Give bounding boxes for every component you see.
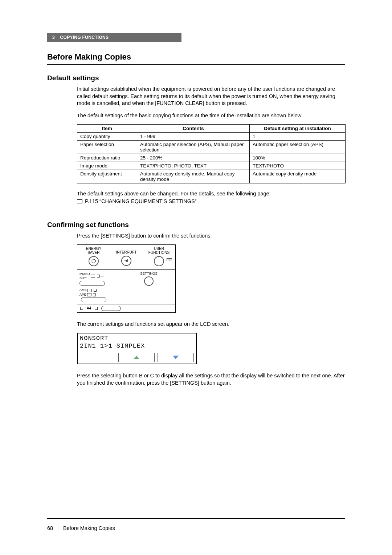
energy-saver-button-icon (89, 256, 99, 266)
control-panel-diagram: ENERGY SAVER INTERRUPT USER FUNCTIONS 1 … (77, 244, 176, 312)
lcd-down-button (158, 353, 194, 362)
section-confirming-heading: Confirming set functions (47, 221, 345, 229)
indicator-icon (93, 293, 96, 296)
settings-label: SETTINGS (124, 271, 173, 275)
panel-interrupt: INTERRUPT (110, 245, 143, 269)
aps-icon (87, 293, 91, 296)
table-row: Image mode TEXT/PHOTO, PHOTO, TEXT TEXT/… (77, 162, 346, 170)
page-number: 68 (47, 525, 62, 531)
ref-link-text: P.115 “CHANGING EQUIPMENT’S SETTINGS” (85, 198, 197, 204)
interrupt-button-icon (121, 256, 131, 266)
th-contents: Contents (137, 125, 250, 133)
th-item: Item (77, 125, 137, 133)
panel-bottom-row: A4 (77, 304, 175, 312)
panel-energy-saver: ENERGY SAVER (77, 245, 110, 269)
panel-settings: SETTINGS (124, 271, 173, 286)
indicator-icon (95, 307, 98, 310)
mixed-size-label: MIXED SIZE (79, 272, 90, 281)
table-header-row: Item Contents Default setting at install… (77, 125, 346, 133)
cell-item: Copy quantity (77, 133, 137, 141)
table-row: Copy quantity 1 - 999 1 (77, 133, 346, 141)
table-row: Reproduction ratio 25 - 200% 100% (77, 154, 346, 162)
page-footer: 68 Before Making Copies (47, 525, 115, 531)
interrupt-label: INTERRUPT (111, 247, 142, 254)
default-settings-para1: Initial settings established when the eq… (77, 86, 345, 107)
cell-item: Reproduction ratio (77, 154, 137, 162)
cell-item: Image mode (77, 162, 137, 170)
footer-title: Before Making Copies (63, 525, 115, 531)
indicator-icon (94, 289, 97, 292)
ams-label: AMS (79, 288, 87, 292)
lcd-up-button (118, 353, 155, 362)
pill-button-icon (81, 297, 106, 302)
cell-default: Automatic paper selection (APS) (250, 141, 346, 154)
aps-label: APS (79, 293, 86, 296)
book-icon (77, 199, 82, 203)
a4-label: A4 (87, 306, 91, 310)
panel-user-functions: USER FUNCTIONS 1 2 3 (143, 245, 175, 269)
chapter-number: 3 (52, 35, 55, 40)
settings-button-icon (144, 276, 154, 286)
user-functions-button-icon: 1 2 3 (154, 256, 164, 266)
confirming-para3: Press the selecting button B or C to dis… (77, 372, 345, 386)
panel-mixed-size: MIXED SIZE — (79, 272, 123, 286)
lcd-line2: 2IN1 1>1 SIMPLEX (80, 343, 194, 350)
section-default-settings-heading: Default settings (47, 74, 345, 82)
table-row: Paper selection Automatic paper selectio… (77, 141, 346, 154)
triangle-up-icon (134, 356, 139, 359)
cell-item: Density adjustment (77, 170, 137, 183)
lcd-line1: NONSORT (80, 335, 194, 342)
panel-ams-aps: AMS APS (79, 288, 123, 302)
default-settings-ref-link: P.115 “CHANGING EQUIPMENT’S SETTINGS” (77, 198, 345, 205)
cell-contents: 25 - 200% (137, 154, 250, 162)
cell-contents: Automatic paper selection (APS), Manual … (137, 141, 250, 154)
default-settings-para2: The default settings of the basic copyin… (77, 112, 345, 119)
oval-button-icon (101, 306, 121, 311)
indicator-icon (97, 275, 100, 278)
energy-saver-label: ENERGY SAVER (78, 247, 109, 255)
indicator-icon (80, 307, 83, 310)
default-settings-ref-text: The default settings above can be change… (77, 190, 345, 197)
icon-123: 1 2 3 (167, 258, 172, 261)
default-settings-table: Item Contents Default setting at install… (77, 124, 346, 183)
chapter-header: 3 COPYING FUNCTIONS (47, 33, 181, 42)
cell-contents: Automatic copy density mode, Manual copy… (137, 170, 250, 183)
chapter-title: COPYING FUNCTIONS (60, 35, 109, 40)
triangle-down-icon (173, 356, 179, 359)
cell-default: 1 (250, 133, 346, 141)
cell-default: 100% (250, 154, 346, 162)
confirming-para2: The current settings and functions set a… (77, 321, 345, 328)
footer-divider (47, 518, 345, 519)
mixed-size-icon (91, 275, 95, 278)
cell-contents: TEXT/PHOTO, PHOTO, TEXT (137, 162, 250, 170)
cell-item: Paper selection (77, 141, 137, 154)
table-row: Density adjustment Automatic copy densit… (77, 170, 346, 183)
pill-button-icon (79, 281, 105, 286)
page-title: Before Making Copies (47, 52, 345, 65)
cell-default: TEXT/PHOTO (250, 162, 346, 170)
lcd-screen-diagram: NONSORT 2IN1 1>1 SIMPLEX (77, 333, 197, 364)
user-functions-label: USER FUNCTIONS (143, 247, 175, 255)
th-default: Default setting at installation (250, 125, 346, 133)
cell-contents: 1 - 999 (137, 133, 250, 141)
confirming-para1: Press the [SETTINGS] button to confirm t… (77, 232, 345, 240)
ams-icon (87, 289, 92, 292)
cell-default: Automatic copy density mode (250, 170, 346, 183)
